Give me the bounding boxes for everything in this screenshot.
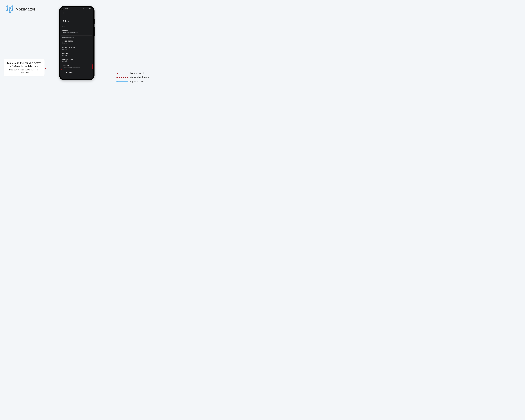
svg-marker-19 (116, 81, 118, 82)
legend-label: Mandatory step (130, 72, 146, 75)
phone-screen: 13:54 69% SIMs SIM Etisalat Active / Def… (60, 7, 94, 79)
sim-row[interactable]: eSIMgo 702395 Inactive (60, 57, 94, 64)
sim-sub: Inactive (62, 48, 91, 50)
divider (61, 35, 92, 36)
sim-sub: Active / Default for calls, SMS (62, 32, 91, 34)
logo: MobiMatter (6, 5, 36, 13)
section-label-downloaded: DOWNLOADED SIMS (60, 37, 94, 39)
sim-sub: Inactive (62, 55, 91, 56)
front-camera (62, 9, 63, 10)
phone-frame: 13:54 69% SIMs SIM Etisalat Active / Def… (59, 6, 94, 80)
svg-rect-7 (12, 7, 13, 10)
sim-row[interactable]: AIS gLobal 18 sep Inactive (60, 45, 94, 51)
sim-row-highlighted[interactable]: 3HK 700514 Active / Default for mobile d… (61, 64, 93, 70)
home-handle[interactable] (72, 78, 82, 78)
callout-title: Make sure the eSIM is Active / Default f… (7, 61, 42, 68)
sim-name: O2 CZ 650748 (62, 40, 91, 42)
svg-marker-13 (45, 68, 46, 69)
callout-bubble: Make sure the eSIM is Active / Default f… (4, 59, 45, 76)
sim-sub: Inactive (62, 61, 91, 62)
sim-sub: Inactive (62, 42, 91, 44)
signal-icon (86, 8, 87, 9)
svg-rect-1 (7, 7, 8, 10)
legend-row-mandatory: Mandatory step (116, 72, 149, 75)
svg-rect-4 (9, 8, 10, 12)
add-more-label: Add more (66, 71, 73, 73)
add-more-button[interactable]: Add more (60, 70, 94, 74)
gear-icon (68, 8, 70, 9)
logo-text: MobiMatter (16, 7, 36, 11)
battery-icon (88, 8, 89, 9)
svg-point-8 (11, 9, 13, 11)
phone-side-button (94, 19, 95, 24)
sim-name: dtac test (62, 53, 91, 54)
status-time: 13:54 (65, 8, 68, 10)
app-bar (60, 10, 94, 15)
back-icon[interactable] (62, 12, 65, 14)
arrow-solid-red-icon (116, 72, 128, 74)
callout-sub: If you have multiple eSIMs, choose the c… (7, 69, 42, 74)
svg-point-9 (69, 9, 69, 9)
status-battery: 69% (89, 8, 92, 10)
svg-rect-11 (88, 8, 88, 9)
svg-point-5 (9, 11, 11, 13)
wifi-icon (83, 8, 84, 9)
arrow-dashed-red-icon (116, 76, 128, 78)
sim-name: eSIMgo 702395 (62, 59, 91, 60)
svg-marker-17 (116, 77, 118, 78)
legend-label: General Guidance (130, 76, 149, 79)
svg-rect-10 (88, 9, 88, 9)
sim-name: 3HK 700514 (63, 65, 91, 67)
svg-point-2 (6, 9, 8, 11)
section-label-sim: SIM (60, 26, 94, 28)
phone-side-button (94, 27, 95, 36)
sim-name: AIS gLobal 18 sep (62, 46, 91, 48)
arrow-solid-blue-icon (116, 81, 128, 83)
sim-row-physical[interactable]: Etisalat Active / Default for calls, SMS (60, 28, 94, 35)
legend: Mandatory step General Guidance Optional… (116, 72, 149, 83)
page-title: SIMs (60, 15, 94, 26)
logo-icon (6, 5, 14, 13)
sim-row[interactable]: dtac test Inactive (60, 51, 94, 57)
sim-row[interactable]: O2 CZ 650748 Inactive (60, 39, 94, 45)
signal-icon (84, 8, 85, 9)
sim-sub: Active / Default for mobile data (63, 67, 91, 69)
svg-marker-15 (116, 73, 118, 74)
status-bar: 13:54 69% (60, 7, 94, 10)
legend-row-optional: Optional step (116, 80, 149, 83)
sim-name: Etisalat (62, 30, 91, 32)
callout-arrow (45, 68, 60, 70)
legend-label: Optional step (130, 80, 144, 83)
legend-row-guidance: General Guidance (116, 76, 149, 79)
plus-icon (62, 71, 64, 73)
